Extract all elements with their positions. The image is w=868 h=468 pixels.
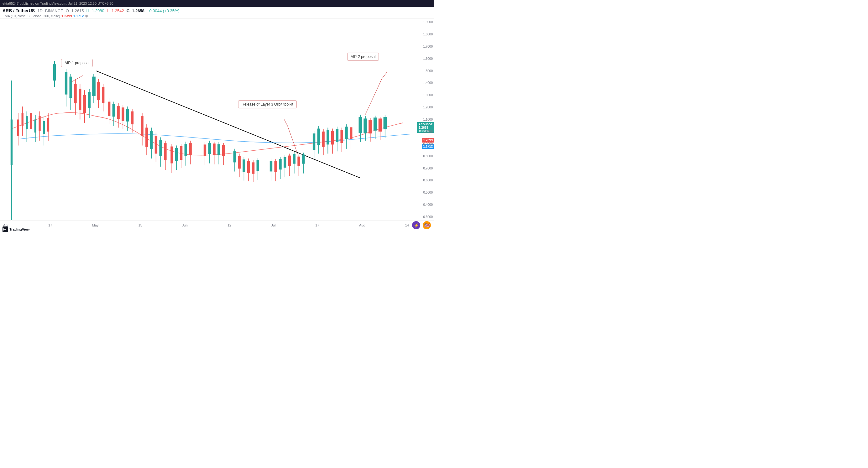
svg-rect-59 (150, 131, 153, 149)
exchange: BINANCE (45, 8, 63, 13)
svg-rect-105 (284, 157, 286, 167)
time-12: 12 (227, 223, 231, 227)
lightning-icon[interactable]: ⚡ (412, 221, 420, 229)
svg-rect-91 (243, 159, 245, 171)
svg-rect-77 (204, 145, 206, 156)
svg-rect-85 (222, 145, 225, 156)
svg-rect-137 (369, 120, 372, 134)
svg-rect-111 (298, 157, 300, 166)
svg-rect-17 (38, 116, 40, 131)
time-jun: Jun (182, 223, 188, 227)
svg-rect-119 (322, 131, 324, 147)
svg-rect-5 (11, 120, 12, 165)
svg-rect-83 (217, 144, 220, 155)
svg-rect-71 (180, 146, 182, 160)
svg-rect-67 (170, 147, 173, 163)
high-label: H (87, 8, 89, 13)
top-bar-text: ekta65247 published on TradingView.com, … (2, 2, 114, 5)
svg-rect-11 (26, 116, 28, 129)
svg-rect-41 (102, 87, 104, 103)
tv-logo-svg: tv (2, 226, 8, 232)
time-axis: Apr 17 May 15 Jun 12 Jul 17 Aug 14 (3, 223, 409, 227)
svg-rect-33 (83, 95, 86, 113)
svg-rect-35 (88, 92, 91, 108)
svg-rect-37 (92, 77, 96, 96)
svg-rect-53 (131, 112, 133, 124)
timeframe: 1D (37, 8, 42, 13)
tradingview-text: TradingView (9, 227, 30, 231)
svg-rect-131 (350, 127, 352, 139)
svg-rect-79 (208, 143, 211, 154)
svg-rect-23 (53, 64, 56, 81)
close-val: 1.2658 (132, 8, 145, 13)
svg-rect-21 (47, 118, 49, 131)
svg-rect-19 (43, 121, 45, 134)
svg-rect-103 (279, 159, 281, 169)
bottom-bar: Apr 17 May 15 Jun 12 Jul 17 Aug 14 ⚡ 🇺🇸 (0, 220, 434, 229)
chart-svg (0, 19, 434, 220)
svg-rect-27 (69, 77, 72, 98)
svg-rect-9 (22, 113, 24, 126)
bottom-icons: ⚡ 🇺🇸 (412, 221, 431, 229)
svg-rect-69 (175, 148, 178, 161)
time-jul: Jul (271, 223, 275, 227)
time-aug: Aug (359, 223, 365, 227)
svg-rect-97 (257, 160, 259, 171)
flag-icon[interactable]: 🇺🇸 (423, 221, 431, 229)
svg-rect-107 (288, 156, 291, 166)
svg-rect-45 (113, 104, 115, 117)
svg-rect-99 (270, 161, 272, 171)
time-17b: 17 (315, 223, 319, 227)
tradingview-logo: tv TradingView (2, 226, 30, 232)
svg-rect-135 (364, 118, 367, 133)
chart-container: USDT (0, 19, 434, 220)
low-val: 1.2542 (112, 8, 124, 13)
svg-rect-93 (247, 161, 250, 173)
svg-rect-57 (146, 127, 148, 147)
eye-icon[interactable]: ◎ (85, 14, 88, 18)
svg-rect-123 (331, 131, 334, 145)
close-label: C (127, 8, 129, 13)
low-label: L (107, 8, 109, 13)
price-change: +0.0044 (+0.35%) (147, 8, 180, 13)
svg-rect-127 (340, 130, 343, 143)
svg-rect-73 (185, 144, 187, 156)
svg-rect-49 (122, 107, 124, 121)
symbol-pair: ARB / TetherUS (2, 8, 35, 13)
svg-rect-39 (97, 82, 100, 100)
svg-text:tv: tv (3, 228, 6, 231)
svg-rect-101 (275, 161, 277, 172)
ema-label: EMA (10, close, 50, close, 200, close) (2, 14, 60, 18)
svg-rect-61 (155, 136, 157, 154)
svg-rect-117 (317, 129, 320, 145)
chart-header: ARB / TetherUS 1D BINANCE O 1.2615 H 1.2… (0, 7, 434, 19)
ema10-val: 1.2399 (61, 14, 72, 18)
svg-rect-65 (164, 143, 166, 160)
svg-rect-125 (336, 129, 338, 142)
svg-rect-115 (313, 133, 315, 150)
open-val: 1.2615 (71, 8, 84, 13)
svg-rect-15 (34, 120, 36, 132)
svg-rect-55 (141, 116, 143, 136)
svg-rect-13 (30, 113, 32, 129)
svg-rect-1 (0, 19, 434, 220)
top-bar: ekta65247 published on TradingView.com, … (0, 0, 434, 7)
svg-rect-113 (302, 155, 305, 164)
time-14: 14 (405, 223, 409, 227)
svg-rect-129 (345, 127, 347, 139)
svg-rect-43 (108, 101, 110, 116)
svg-rect-133 (359, 117, 362, 133)
svg-rect-143 (383, 117, 387, 129)
svg-rect-29 (74, 84, 76, 103)
svg-rect-141 (378, 118, 382, 131)
time-17a: 17 (48, 223, 52, 227)
svg-rect-121 (327, 130, 329, 145)
open-label: O (66, 8, 69, 13)
ema200-val: 1.1712 (73, 14, 84, 18)
svg-rect-95 (252, 162, 254, 174)
svg-rect-25 (65, 72, 67, 95)
svg-rect-81 (213, 144, 215, 155)
ema-row: EMA (10, close, 50, close, 200, close) 1… (2, 14, 432, 18)
svg-rect-47 (117, 106, 119, 119)
svg-rect-7 (17, 120, 19, 136)
